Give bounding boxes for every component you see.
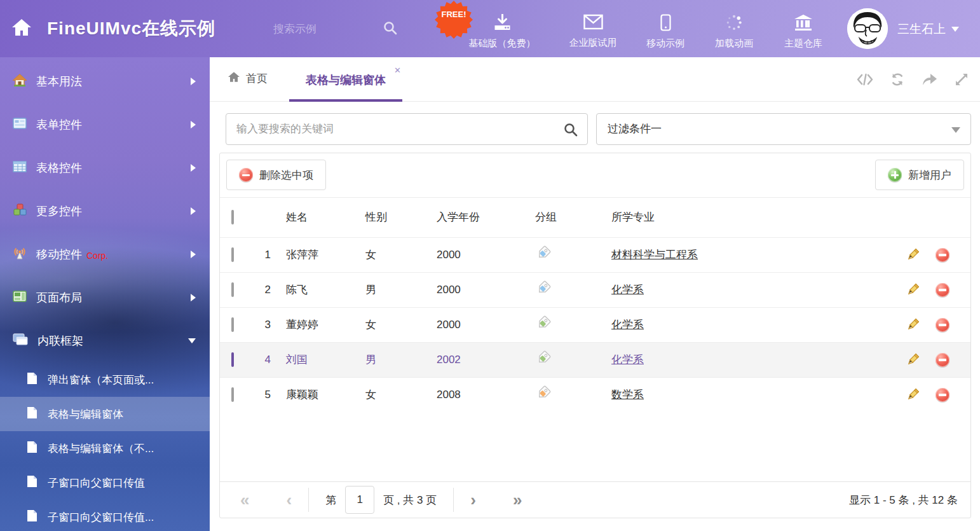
- tab-home[interactable]: 首页: [228, 71, 268, 86]
- major-link[interactable]: 数学系: [611, 389, 644, 401]
- button-label: 新增用户: [908, 168, 951, 183]
- keyword-search-input[interactable]: [236, 114, 554, 144]
- tab-label: 首页: [246, 71, 268, 86]
- tag-icon: [535, 322, 552, 334]
- edit-icon[interactable]: [906, 387, 920, 402]
- username: 三生石上: [897, 21, 946, 38]
- app-header: FineUIMvc在线示例 FREE! 基础版（免费） 企业版试用: [0, 0, 980, 57]
- delete-icon[interactable]: [936, 318, 949, 332]
- sidebar-item-more-controls[interactable]: 更多控件: [0, 190, 210, 233]
- fullscreen-icon[interactable]: [955, 72, 969, 89]
- delete-icon[interactable]: [936, 353, 949, 367]
- nav-label: 移动示例: [646, 38, 684, 50]
- nav-enterprise-trial[interactable]: 企业版试用: [569, 14, 617, 49]
- edit-icon[interactable]: [906, 282, 920, 297]
- divider: [453, 488, 454, 512]
- delete-icon[interactable]: [936, 248, 949, 262]
- tab-grid-edit-window[interactable]: 表格与编辑窗体 ✕: [289, 57, 402, 102]
- sidebar-item-form-controls[interactable]: 表单控件: [0, 103, 210, 146]
- delete-icon[interactable]: [936, 388, 949, 402]
- tag-icon: [535, 357, 552, 369]
- header-search-input[interactable]: [273, 19, 369, 39]
- home-icon[interactable]: [11, 18, 32, 39]
- sidebar-subitem-grid-edit-window-2[interactable]: 表格与编辑窗体（不...: [0, 431, 210, 465]
- add-user-button[interactable]: 新增用户: [875, 160, 964, 190]
- cell-gender: 女: [355, 237, 426, 272]
- select-all-checkbox[interactable]: [231, 210, 234, 224]
- table-row[interactable]: 3 董婷婷 女 2000: [220, 307, 970, 342]
- sidebar-subitem-child-to-parent-2[interactable]: 子窗口向父窗口传值...: [0, 500, 210, 531]
- nav-loading-animation[interactable]: 加载动画: [715, 14, 753, 50]
- chevron-down-icon: [951, 127, 960, 133]
- sidebar-subitem-popup-window[interactable]: 弹出窗体（本页面或...: [0, 362, 210, 397]
- user-menu[interactable]: 三生石上: [897, 21, 959, 38]
- row-checkbox[interactable]: [231, 247, 234, 262]
- main-content: 首页 表格与编辑窗体 ✕: [210, 57, 980, 531]
- open-new-window-icon[interactable]: [922, 72, 938, 89]
- row-checkbox[interactable]: [231, 282, 234, 297]
- sidebar-subitem-grid-edit-window[interactable]: 表格与编辑窗体: [0, 397, 210, 431]
- row-checkbox[interactable]: [231, 317, 234, 332]
- page-suffix: 页 , 共 3 页: [383, 493, 437, 507]
- sidebar-item-iframe[interactable]: 内联框架: [0, 319, 210, 362]
- major-link[interactable]: 化学系: [611, 284, 644, 296]
- sidebar-subitem-label: 表格与编辑窗体: [48, 407, 123, 422]
- nav-theme-store[interactable]: 主题仓库: [784, 14, 822, 50]
- edit-icon[interactable]: [906, 352, 920, 367]
- column-header-major[interactable]: 所学专业: [601, 198, 895, 237]
- major-link[interactable]: 化学系: [611, 319, 644, 331]
- sidebar-item-mobile-controls[interactable]: 移动控件 Corp.: [0, 233, 210, 276]
- major-link[interactable]: 化学系: [611, 354, 644, 366]
- table-body: 1 张萍萍 女 2000: [220, 237, 970, 412]
- nav-basic-edition[interactable]: 基础版（免费）: [469, 14, 536, 50]
- close-icon[interactable]: ✕: [394, 66, 401, 75]
- antenna-icon: [13, 247, 27, 263]
- row-checkbox[interactable]: [231, 387, 234, 402]
- sidebar-subitem-child-to-parent[interactable]: 子窗口向父窗口传值: [0, 465, 210, 500]
- column-header-name[interactable]: 姓名: [276, 198, 355, 237]
- table-icon: [13, 161, 27, 176]
- column-header-group[interactable]: 分组: [525, 198, 601, 237]
- edit-icon[interactable]: [906, 247, 920, 262]
- sidebar: 基本用法 表单控件 表格控件 更多控件 移动控件 Corp. 页面布局: [0, 57, 210, 531]
- nav-mobile-demo[interactable]: 移动示例: [646, 14, 684, 50]
- header-search-icon[interactable]: [383, 20, 398, 38]
- sidebar-item-label: 更多控件: [36, 203, 82, 219]
- edit-icon[interactable]: [906, 317, 920, 332]
- cell-year: 2000: [426, 307, 525, 342]
- table-row[interactable]: 1 张萍萍 女 2000: [220, 237, 970, 272]
- major-link[interactable]: 材料科学与工程系: [611, 249, 698, 261]
- sidebar-item-grid-controls[interactable]: 表格控件: [0, 146, 210, 190]
- delete-icon[interactable]: [936, 283, 949, 297]
- user-avatar[interactable]: [847, 8, 888, 49]
- delete-selected-button[interactable]: 删除选中项: [226, 160, 326, 190]
- table-row[interactable]: 2 陈飞 男 2000: [220, 272, 970, 307]
- chevron-right-icon: [191, 207, 196, 215]
- tab-bar: 首页 表格与编辑窗体 ✕: [210, 57, 980, 102]
- table-row[interactable]: 5 康颖颖 女 2008: [220, 377, 970, 412]
- cell-name: 董婷婷: [276, 307, 355, 342]
- prev-page-button[interactable]: ‹: [286, 492, 292, 508]
- next-page-button[interactable]: ›: [470, 492, 476, 508]
- sidebar-item-label: 基本用法: [36, 74, 82, 89]
- free-badge[interactable]: FREE!: [434, 0, 473, 39]
- sidebar-subitem-label: 子窗口向父窗口传值...: [48, 510, 154, 525]
- row-checkbox[interactable]: [231, 352, 234, 367]
- column-header-gender[interactable]: 性别: [355, 198, 426, 237]
- column-header-year[interactable]: 入学年份: [426, 198, 525, 237]
- filter-dropdown[interactable]: 过滤条件一: [596, 113, 971, 145]
- source-code-icon[interactable]: [857, 72, 873, 89]
- sidebar-item-page-layout[interactable]: 页面布局: [0, 276, 210, 319]
- page-number-input[interactable]: [345, 486, 374, 514]
- cell-name: 陈飞: [276, 272, 355, 307]
- table-row[interactable]: 4 刘国 男 2002: [220, 342, 970, 377]
- minus-circle-icon: [239, 168, 253, 182]
- search-icon[interactable]: [563, 122, 578, 140]
- refresh-icon[interactable]: [890, 72, 905, 89]
- first-page-button[interactable]: «: [240, 492, 249, 508]
- sidebar-item-basic-usage[interactable]: 基本用法: [0, 60, 210, 103]
- row-number: 5: [250, 377, 276, 412]
- cell-gender: 男: [355, 342, 426, 377]
- chevron-right-icon: [191, 78, 196, 85]
- last-page-button[interactable]: »: [513, 492, 522, 508]
